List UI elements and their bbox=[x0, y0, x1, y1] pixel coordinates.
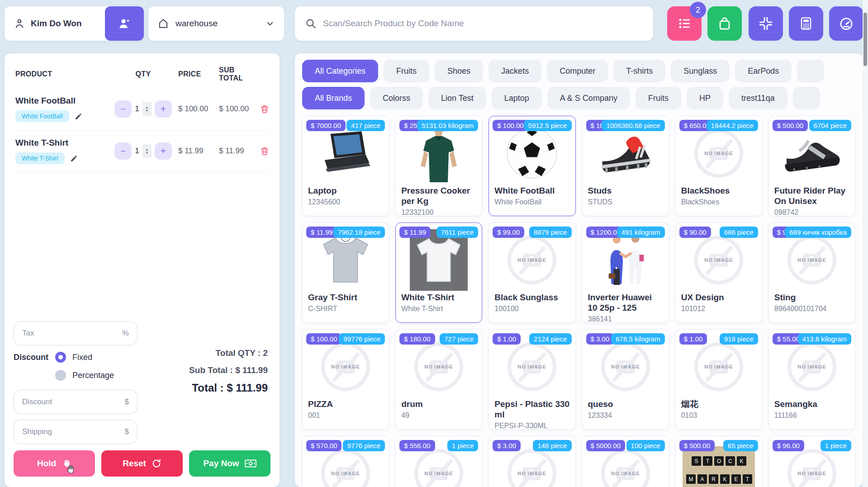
laptop-photo bbox=[308, 123, 383, 184]
product-code: BlackShoes bbox=[681, 198, 756, 206]
tax-field-wrap: % bbox=[14, 321, 138, 345]
product-card[interactable]: $ 556.001 pieceNO IMAGE bbox=[395, 436, 482, 487]
product-stock-badge: 686 piece bbox=[720, 227, 758, 238]
discount-input[interactable] bbox=[22, 397, 125, 407]
product-card[interactable]: $ 500.0065 pieceSTOCKMARKET bbox=[675, 436, 762, 487]
product-price-badge: $ 3.00 bbox=[586, 333, 614, 345]
dashboard-button[interactable] bbox=[829, 6, 863, 41]
product-card[interactable]: $ 1.00918 pieceNO IMAGE烟花0103 bbox=[675, 329, 762, 430]
product-stock-badge: 491 kilogram bbox=[617, 227, 665, 238]
polo-shirt-photo bbox=[401, 123, 476, 184]
product-card[interactable]: $ 1000.001006360.68 pieceStudsSTUDS bbox=[582, 116, 669, 216]
add-customer-button[interactable] bbox=[105, 6, 144, 41]
remove-item-button[interactable] bbox=[260, 146, 272, 156]
category-pill-sunglass[interactable]: Sunglass bbox=[671, 60, 730, 82]
category-pill-earpods[interactable]: EarPods bbox=[735, 60, 792, 82]
product-card[interactable]: $ 90.00686 pieceNO IMAGEUX Design101012 bbox=[675, 222, 762, 323]
category-pill-all-categories[interactable]: All Categories bbox=[302, 60, 378, 82]
product-stock-badge: 5912.5 piece bbox=[524, 120, 572, 131]
chevron-down-icon bbox=[265, 19, 275, 28]
category-pill-fruits[interactable]: Fruits bbox=[384, 60, 429, 82]
product-card[interactable]: $ 11.997611 pieceWhite T-ShirtWhite T-Sh… bbox=[395, 222, 482, 323]
product-card[interactable]: $ 11.997962.18 pieceGray T-ShirtC-SHIRT bbox=[302, 222, 389, 323]
product-card[interactable]: $ 5000.00100 pieceNO IMAGE bbox=[582, 436, 669, 487]
product-card[interactable]: $ 96.001 pieceNO IMAGE bbox=[768, 436, 855, 487]
column-price: PRICE bbox=[178, 70, 219, 78]
qty-increase-button[interactable]: + bbox=[155, 100, 172, 118]
pay-now-button[interactable]: Pay Now bbox=[189, 450, 270, 477]
product-card[interactable]: $ 250.005131.03 kilogramPressure Cooker … bbox=[395, 116, 482, 216]
qty-stepper[interactable]: ▴▾ bbox=[142, 102, 152, 116]
qty-decrease-button[interactable]: − bbox=[114, 100, 132, 118]
svg-text:NO IMAGE: NO IMAGE bbox=[797, 257, 826, 263]
product-stock-badge: 18444.2 piece bbox=[707, 120, 758, 131]
qty-value[interactable]: 1 bbox=[135, 147, 139, 156]
brand-pill-laptop[interactable]: Laptop bbox=[492, 87, 542, 109]
product-card[interactable]: $ 100.0099776 pieceNO IMAGEPIZZA001 bbox=[302, 329, 389, 430]
catalog-panel: All CategoriesFruitsShoesJacketsComputer… bbox=[295, 53, 863, 487]
shipping-suffix: $ bbox=[125, 427, 129, 436]
discount-percentage-radio[interactable] bbox=[55, 370, 66, 381]
brand-pill-overflow-fragment[interactable] bbox=[793, 87, 820, 109]
compress-screen-button[interactable] bbox=[749, 6, 783, 41]
discount-fixed-radio[interactable] bbox=[55, 352, 66, 363]
category-pill-t-shirts[interactable]: T-shirts bbox=[613, 60, 665, 82]
brand-pill-a-s-company[interactable]: A & S Company bbox=[547, 87, 630, 109]
banknote-icon bbox=[245, 459, 256, 468]
brand-pill-fruits[interactable]: Fruits bbox=[636, 87, 681, 109]
order-list-button[interactable]: 2 bbox=[667, 6, 702, 41]
product-price-badge: $ 99.00 bbox=[493, 227, 524, 238]
category-pill-overflow-fragment[interactable] bbox=[797, 60, 824, 82]
product-card[interactable]: $ 99.008879 pieceNO IMAGEBlack Sunglass1… bbox=[489, 222, 575, 323]
edit-pencil-icon[interactable] bbox=[70, 155, 78, 162]
product-stock-badge: 2124 piece bbox=[529, 333, 571, 345]
brand-pill-colorss[interactable]: Colorss bbox=[370, 87, 423, 109]
category-pill-shoes[interactable]: Shoes bbox=[435, 60, 483, 82]
product-card[interactable]: $ 3.00148 pieceNO IMAGE bbox=[489, 436, 575, 487]
product-card[interactable]: $ 650.0018444.2 pieceNO IMAGEBlackShoesB… bbox=[675, 116, 762, 216]
brand-pill-lion-test[interactable]: Lion Test bbox=[428, 87, 486, 109]
pay-now-button-label: Pay Now bbox=[203, 459, 239, 468]
product-card[interactable]: $ 7000.00417 pieceLaptop12345600 bbox=[302, 116, 389, 216]
qty-stepper[interactable]: ▴▾ bbox=[142, 144, 152, 158]
product-card[interactable]: $ 55.00413.8 kilogramNO IMAGESemangka111… bbox=[768, 329, 855, 430]
column-subtotal: SUB TOTAL bbox=[219, 66, 260, 82]
product-card[interactable]: $ 9.76669 кичик коробкаNO IMAGESting8964… bbox=[768, 222, 855, 323]
page-scrollbar[interactable] bbox=[863, 0, 868, 487]
sub-total: Sub Total : $ 111.99 bbox=[189, 365, 268, 375]
qty-increase-button[interactable]: + bbox=[155, 142, 172, 160]
tax-input[interactable] bbox=[22, 329, 122, 338]
product-card[interactable]: $ 180.00727 pieceNO IMAGEdrum49 bbox=[395, 329, 482, 430]
warehouse-select[interactable]: warehouse bbox=[148, 6, 284, 41]
hold-button[interactable]: Hold bbox=[14, 450, 95, 477]
category-pill-jackets[interactable]: Jackets bbox=[489, 60, 541, 82]
qty-decrease-button[interactable]: − bbox=[114, 142, 132, 160]
search-input[interactable] bbox=[323, 19, 643, 28]
shipping-input[interactable] bbox=[22, 427, 125, 436]
category-pill-computer[interactable]: Computer bbox=[547, 60, 608, 82]
product-stock-badge: 5131.03 kilogram bbox=[417, 120, 478, 131]
no-image-placeholder: NO IMAGE bbox=[774, 229, 849, 291]
calculator-button[interactable] bbox=[789, 6, 823, 41]
svg-text:NO IMAGE: NO IMAGE bbox=[518, 364, 547, 369]
edit-pencil-icon[interactable] bbox=[75, 113, 82, 120]
brand-pill-all-brands[interactable]: All Brands bbox=[302, 87, 365, 109]
product-code: STUDS bbox=[588, 198, 663, 206]
qty-value[interactable]: 1 bbox=[135, 104, 139, 113]
customer-selector[interactable]: Kim Do Won bbox=[5, 6, 144, 41]
product-card[interactable]: $ 100.005912.5 pieceWhite FootBallWhite … bbox=[489, 116, 575, 216]
product-card[interactable]: $ 1.002124 pieceNO IMAGEPepsi - Plastic … bbox=[489, 329, 575, 430]
brand-pill-hp[interactable]: HP bbox=[687, 87, 723, 109]
remove-item-button[interactable] bbox=[260, 104, 272, 114]
brand-pill-trest11qa[interactable]: trest11qa bbox=[729, 87, 787, 109]
product-card[interactable]: $ 3.00678.5 kilogramNO IMAGEqueso123334 bbox=[582, 329, 669, 430]
product-name: Sting bbox=[774, 293, 849, 303]
scrollbar-thumb[interactable] bbox=[863, 13, 867, 66]
bag-button[interactable] bbox=[707, 6, 742, 41]
product-card[interactable]: $ 500.006704 pieceFuture Rider Play On U… bbox=[768, 116, 855, 216]
product-card[interactable]: $ 1200.00491 kilogramInverter Huawei 10 … bbox=[582, 222, 669, 323]
svg-text:NO IMAGE: NO IMAGE bbox=[331, 364, 360, 369]
sneakers-photo bbox=[774, 123, 849, 184]
product-card[interactable]: $ 570.009776 pieceNO IMAGE bbox=[302, 436, 389, 487]
reset-button[interactable]: Reset bbox=[101, 450, 183, 477]
